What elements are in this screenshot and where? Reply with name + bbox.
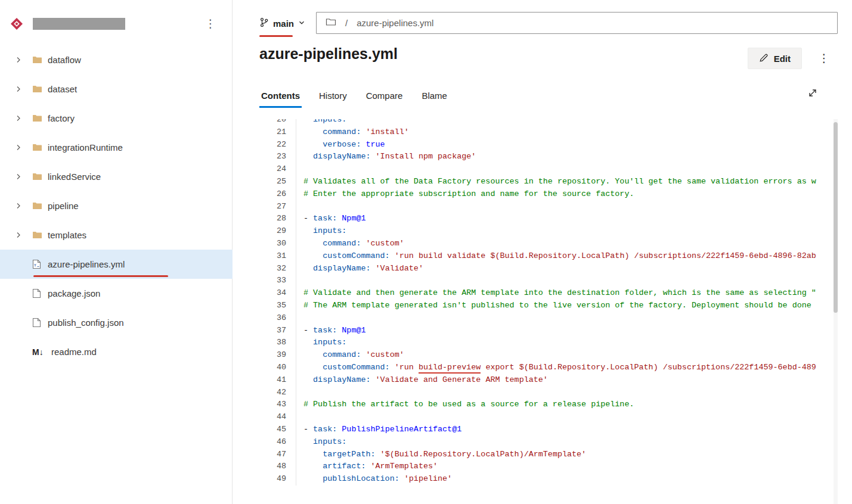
file-icon: [32, 318, 47, 328]
line-number: 30: [259, 238, 286, 250]
code-line: 23 displayName: 'Install npm package': [259, 151, 834, 163]
tree-item-integrationRuntime[interactable]: integrationRuntime: [0, 133, 233, 162]
tree-item-package.json[interactable]: package.json: [0, 279, 233, 308]
branch-selector[interactable]: main: [259, 13, 305, 33]
tree-item-pipeline[interactable]: pipeline: [0, 191, 233, 220]
code-line-text: [296, 411, 303, 424]
line-number: 34: [259, 287, 286, 300]
code-scrollbar[interactable]: [834, 119, 838, 504]
org-logo-icon[interactable]: [10, 17, 24, 31]
tree-item-label: factory: [48, 113, 75, 123]
chevron-right-icon[interactable]: [16, 173, 32, 180]
tree-item-label: readme.md: [51, 347, 97, 357]
code-line-text: # Validates all of the Data Factory reso…: [296, 176, 816, 188]
chevron-right-icon[interactable]: [16, 203, 32, 209]
line-number: 37: [259, 325, 286, 337]
pencil-icon: [759, 53, 769, 64]
code-line: 46 inputs:: [259, 436, 834, 449]
code-line: 22 verbose: true: [259, 139, 834, 151]
line-number: 48: [259, 461, 286, 473]
line-number: 38: [259, 337, 286, 349]
code-line-text: inputs:: [296, 337, 346, 349]
chevron-right-icon[interactable]: [16, 144, 32, 151]
chevron-right-icon[interactable]: [16, 86, 32, 92]
code-line-text: # Enter the appropriate subscription and…: [296, 188, 634, 201]
code-line-text: displayName: 'Validate': [296, 263, 423, 275]
tab-contents[interactable]: Contents: [259, 91, 302, 108]
line-number: 21: [259, 126, 286, 139]
code-scrollbar-thumb[interactable]: [834, 122, 838, 313]
path-breadcrumb[interactable]: / azure-pipelines.yml: [316, 12, 838, 34]
line-number: 40: [259, 362, 286, 374]
code-line: 39 command: 'custom': [259, 349, 834, 362]
tree-item-label: pipeline: [48, 201, 79, 211]
code-line-text: [296, 387, 303, 399]
line-number: 25: [259, 176, 286, 188]
folder-icon: [32, 55, 47, 64]
tree-item-label: integrationRuntime: [48, 142, 123, 153]
tab-compare[interactable]: Compare: [364, 91, 405, 108]
file-tree: dataflowdatasetfactoryintegrationRuntime…: [0, 45, 233, 366]
tab-bar: Contents History Compare Blame: [259, 85, 464, 108]
line-number: 43: [259, 399, 286, 411]
code-line: 37- task: Npm@1: [259, 325, 834, 337]
repo-name-redacted: [33, 18, 125, 30]
line-number: 31: [259, 250, 286, 263]
line-number: 33: [259, 275, 286, 287]
line-number: 32: [259, 263, 286, 275]
code-line: 36: [259, 312, 834, 325]
code-line: 30 command: 'custom': [259, 238, 834, 250]
chevron-right-icon[interactable]: [16, 57, 32, 63]
line-number: 27: [259, 201, 286, 213]
breadcrumb-separator: /: [345, 18, 348, 28]
git-branch-icon: [259, 17, 269, 30]
tree-item-label: package.json: [48, 288, 100, 298]
tree-item-linkedService[interactable]: linkedService: [0, 162, 233, 191]
tree-item-factory[interactable]: factory: [0, 104, 233, 133]
tree-item-dataflow[interactable]: dataflow: [0, 45, 233, 74]
tree-item-dataset[interactable]: dataset: [0, 74, 233, 104]
tree-item-label: azure-pipelines.yml: [48, 259, 125, 269]
code-line-text: verbose: true: [296, 139, 385, 151]
code-line: 25# Validates all of the Data Factory re…: [259, 176, 834, 188]
code-line: 21 command: 'install': [259, 126, 834, 139]
code-line-text: artifact: 'ArmTemplates': [296, 461, 438, 473]
code-line-text: customCommand: 'run build-preview export…: [296, 362, 816, 374]
fullscreen-expand-icon[interactable]: [807, 87, 819, 99]
code-line-text: [296, 312, 303, 325]
yaml-file-icon: [32, 259, 47, 269]
code-line-text: inputs:: [296, 119, 346, 126]
code-line: 33: [259, 275, 834, 287]
tree-item-templates[interactable]: templates: [0, 220, 233, 250]
file-content-pane: main / azure-pipelines.yml azure-pipelin…: [233, 0, 852, 504]
code-line: 27: [259, 201, 834, 213]
folder-icon: [32, 85, 47, 94]
tree-item-azure-pipelines.yml[interactable]: azure-pipelines.yml: [0, 250, 233, 279]
file-more-actions-icon[interactable]: ⋮: [817, 50, 831, 67]
tab-blame[interactable]: Blame: [420, 91, 449, 108]
tree-item-readme.md[interactable]: M↓readme.md: [0, 337, 233, 366]
sidebar-more-actions-icon[interactable]: ⋮: [203, 15, 218, 32]
code-line-text: inputs:: [296, 436, 346, 449]
code-line: 43# Publish the artifact to be used as a…: [259, 399, 834, 411]
branch-name: main: [273, 18, 294, 29]
code-line: 32 displayName: 'Validate': [259, 263, 834, 275]
folder-icon: [32, 172, 47, 181]
tab-history[interactable]: History: [317, 91, 349, 108]
code-line: 28- task: Npm@1: [259, 213, 834, 225]
tree-item-publish_config.json[interactable]: publish_config.json: [0, 308, 233, 337]
folder-outline-icon: [326, 17, 336, 29]
code-line-text: displayName: 'Install npm package': [296, 151, 476, 163]
line-number: 22: [259, 139, 286, 151]
line-number: 26: [259, 188, 286, 201]
code-line: 47 targetPath: '$(Build.Repository.Local…: [259, 449, 834, 461]
code-line: 34# Validate and then generate the ARM t…: [259, 287, 834, 300]
code-line-text: targetPath: '$(Build.Repository.LocalPat…: [296, 449, 586, 461]
chevron-right-icon[interactable]: [16, 115, 32, 122]
code-viewer[interactable]: 20 inputs:21 command: 'install'22 verbos…: [259, 119, 834, 504]
code-line: 42: [259, 387, 834, 399]
edit-button[interactable]: Edit: [748, 48, 802, 69]
line-number: 46: [259, 436, 286, 449]
code-line-text: command: 'install': [296, 126, 409, 139]
chevron-right-icon[interactable]: [16, 232, 32, 238]
